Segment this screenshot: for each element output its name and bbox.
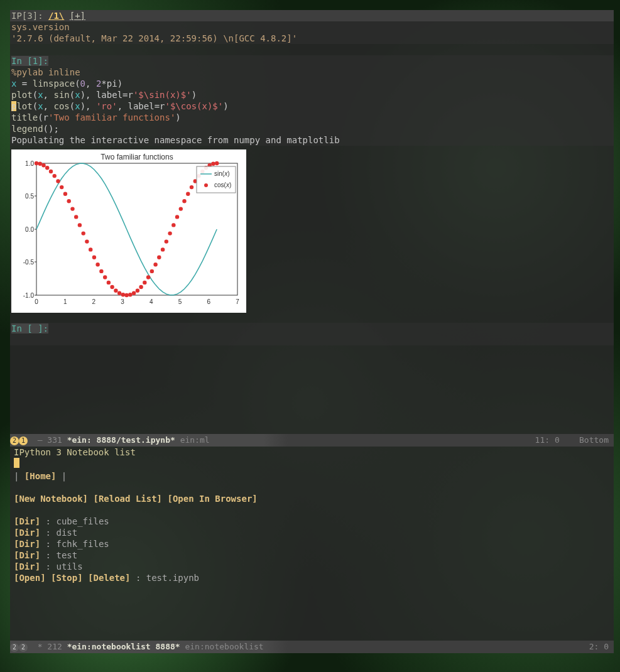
tab-new[interactable]: [+] bbox=[70, 11, 85, 21]
buffer-name: *ein:notebooklist 8888* bbox=[67, 642, 180, 651]
tab-active[interactable]: /1\ bbox=[48, 11, 64, 21]
buffer-name: *ein: 8888/test.ipynb* bbox=[67, 435, 175, 445]
svg-point-44 bbox=[124, 293, 128, 297]
new-notebook-button[interactable]: [New Notebook] bbox=[14, 494, 88, 504]
notebooklist-pane[interactable]: IPython 3 Notebook list | [Home] | [New … bbox=[10, 447, 614, 641]
chart-output: Two familiar functions 1.0 0.5 0.0 -0.5 … bbox=[11, 149, 246, 313]
svg-point-20 bbox=[38, 162, 42, 166]
svg-point-58 bbox=[175, 215, 179, 219]
svg-point-52 bbox=[153, 263, 157, 266]
entry-action[interactable]: [Dir] bbox=[14, 550, 40, 560]
svg-point-53 bbox=[157, 256, 161, 259]
badge-icon: 2 bbox=[10, 436, 19, 445]
svg-point-48 bbox=[139, 285, 143, 289]
svg-text:sin(x): sin(x) bbox=[214, 170, 229, 177]
code-line[interactable]: plot(x, cos(x), 'ro', label=r'$\cos(x)$'… bbox=[11, 100, 612, 112]
in-prompt: In [ ]: bbox=[11, 323, 48, 333]
chart-title: Two familiar functions bbox=[101, 153, 173, 161]
svg-point-60 bbox=[182, 199, 186, 203]
svg-point-45 bbox=[128, 293, 132, 296]
chart-legend: sin(x) cos(x) bbox=[197, 166, 236, 193]
entry-action[interactable]: [Dir] bbox=[14, 528, 40, 538]
svg-text:-0.5: -0.5 bbox=[23, 259, 35, 266]
list-item: [Dir] : cube_files bbox=[14, 516, 610, 527]
entry-action[interactable]: [Dir] bbox=[14, 539, 40, 549]
statusbar-upper: 21 ‒ 331 *ein: 8888/test.ipynb* ein:ml 1… bbox=[10, 434, 614, 447]
svg-point-19 bbox=[35, 161, 38, 165]
editor-window: IP[3]: /1\ [+] sys.version '2.7.6 (defau… bbox=[10, 10, 614, 653]
major-mode: ein:ml bbox=[180, 435, 210, 445]
svg-point-36 bbox=[95, 263, 99, 266]
svg-point-27 bbox=[63, 192, 67, 196]
svg-point-49 bbox=[143, 281, 146, 285]
svg-point-38 bbox=[103, 275, 107, 279]
svg-point-25 bbox=[56, 179, 60, 183]
svg-text:0.0: 0.0 bbox=[25, 226, 34, 233]
svg-point-61 bbox=[186, 192, 190, 196]
svg-point-28 bbox=[67, 199, 71, 203]
svg-point-59 bbox=[179, 207, 183, 210]
list-item: [Dir] : utils bbox=[14, 561, 610, 572]
entry-action[interactable]: [Dir] bbox=[14, 516, 40, 526]
output-line: sys.version bbox=[11, 21, 612, 33]
entry-action[interactable]: [Delete] bbox=[88, 573, 130, 583]
nblist-title: IPython 3 Notebook list bbox=[14, 447, 610, 458]
svg-point-31 bbox=[78, 223, 82, 227]
svg-point-33 bbox=[85, 239, 89, 243]
svg-text:cos(x): cos(x) bbox=[214, 182, 231, 188]
entry-action[interactable]: [Open] bbox=[14, 573, 46, 583]
entry-action[interactable]: [Dir] bbox=[14, 561, 40, 572]
svg-text:5: 5 bbox=[178, 298, 182, 305]
svg-point-43 bbox=[121, 293, 125, 296]
code-line[interactable]: legend(); bbox=[11, 123, 612, 134]
svg-point-22 bbox=[45, 166, 49, 170]
svg-text:2: 2 bbox=[92, 298, 96, 305]
svg-point-69 bbox=[215, 161, 219, 165]
badge-icon: 2 bbox=[19, 643, 28, 652]
home-button[interactable]: [Home] bbox=[24, 471, 57, 481]
reload-list-button[interactable]: [Reload List] bbox=[93, 494, 162, 504]
svg-point-39 bbox=[107, 281, 111, 285]
svg-point-30 bbox=[74, 215, 78, 219]
entry-action[interactable]: [Stop] bbox=[51, 573, 83, 583]
notebook-pane[interactable]: sys.version '2.7.6 (default, Mar 22 2014… bbox=[10, 21, 614, 434]
list-item: [Dir] : test bbox=[14, 550, 610, 561]
output-line: '2.7.6 (default, Mar 22 2014, 22:59:56) … bbox=[11, 33, 612, 44]
cell-2[interactable]: In [ ]: bbox=[10, 323, 614, 345]
badge-icon: 1 bbox=[19, 436, 28, 445]
svg-point-56 bbox=[168, 231, 171, 235]
list-item: [Dir] : fchk_files bbox=[14, 538, 610, 550]
svg-point-41 bbox=[114, 289, 117, 293]
svg-point-57 bbox=[171, 223, 175, 227]
code-line[interactable]: title(r'Two familiar functions') bbox=[11, 112, 612, 123]
svg-text:0.5: 0.5 bbox=[25, 193, 34, 200]
svg-point-35 bbox=[92, 256, 96, 259]
svg-point-55 bbox=[165, 239, 168, 243]
code-line[interactable]: x = linspace(0, 2*pi) bbox=[11, 78, 612, 89]
svg-point-29 bbox=[70, 207, 74, 210]
in-prompt: In [1]: bbox=[11, 56, 48, 66]
tab-label: IP[3]: bbox=[11, 11, 48, 21]
svg-point-47 bbox=[136, 289, 139, 293]
svg-point-51 bbox=[150, 269, 154, 273]
svg-text:4: 4 bbox=[150, 298, 153, 305]
list-item: [Open] [Stop] [Delete] : test.ipynb bbox=[14, 572, 610, 583]
code-line[interactable]: plot(x, sin(x), label=r'$\sin(x)$') bbox=[11, 89, 612, 100]
svg-point-40 bbox=[110, 285, 114, 289]
svg-point-37 bbox=[99, 269, 103, 273]
svg-point-42 bbox=[117, 291, 121, 295]
cell-1[interactable]: In [1]: %pylab inline x = linspace(0, 2*… bbox=[10, 55, 614, 146]
code-line[interactable]: %pylab inline bbox=[11, 67, 612, 78]
svg-point-21 bbox=[41, 163, 45, 167]
svg-point-68 bbox=[211, 162, 215, 166]
svg-point-46 bbox=[132, 291, 136, 295]
svg-point-32 bbox=[82, 231, 85, 235]
svg-text:1: 1 bbox=[63, 298, 67, 305]
svg-point-73 bbox=[204, 183, 208, 187]
svg-text:3: 3 bbox=[121, 298, 124, 305]
open-browser-button[interactable]: [Open In Browser] bbox=[167, 494, 257, 504]
svg-text:1.0: 1.0 bbox=[25, 160, 34, 167]
list-item: [Dir] : dist bbox=[14, 527, 610, 538]
svg-text:0: 0 bbox=[35, 298, 38, 305]
svg-point-62 bbox=[190, 185, 193, 189]
